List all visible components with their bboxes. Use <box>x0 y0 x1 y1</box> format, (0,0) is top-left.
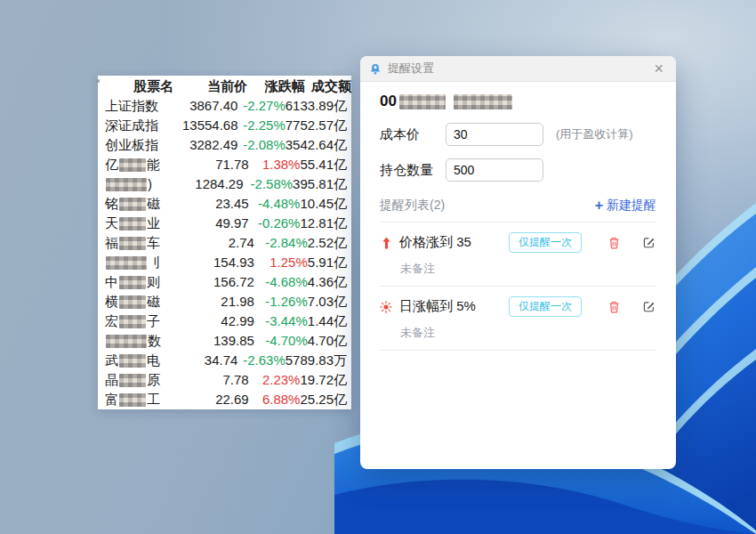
stock-turnover: 6133.89亿 <box>286 96 351 116</box>
stock-change-percent: -0.26% <box>249 214 301 233</box>
stock-name-visible-suffix: 磁 <box>147 194 160 214</box>
stock-name-visible: 中 <box>105 272 118 292</box>
stock-change-percent: 1.38% <box>249 155 301 174</box>
delete-alert-button[interactable] <box>607 235 622 250</box>
stock-code-line: 00 <box>380 93 656 110</box>
stock-change-percent: -2.08% <box>237 135 285 155</box>
stock-name-visible-suffix: 数 <box>148 331 161 351</box>
censored-pixel-block <box>119 374 146 387</box>
delete-alert-button[interactable] <box>607 299 622 314</box>
stock-row[interactable]: 福车 2.74 -2.84% 2.52亿 <box>98 233 351 253</box>
stock-row[interactable]: 中则 156.72 -4.68% 4.36亿 <box>98 272 351 292</box>
stock-turnover: 5.91亿 <box>308 253 351 272</box>
dialog-titlebar[interactable]: 提醒设置 × <box>360 56 676 82</box>
stock-row[interactable]: 晶原 7.78 2.23% 19.72亿 <box>98 370 351 390</box>
close-icon[interactable]: × <box>650 61 667 77</box>
stock-change-percent: -2.27% <box>237 96 285 116</box>
stock-price: 22.69 <box>189 390 248 409</box>
sun-icon <box>380 301 392 313</box>
stock-name-visible: 宏 <box>105 312 118 331</box>
stock-name-visible-suffix: 则 <box>147 272 160 292</box>
stock-change-percent: -2.63% <box>237 351 285 370</box>
stock-name: 横磁 <box>98 292 192 312</box>
stock-name: 亿能 <box>98 155 189 174</box>
stock-name: 刂 <box>98 253 192 272</box>
stock-change-percent: -4.48% <box>249 194 301 214</box>
stock-turnover: 7.03亿 <box>308 292 351 312</box>
cost-price-input[interactable] <box>446 123 543 146</box>
header-change-percent: 涨跌幅 <box>259 77 311 96</box>
alert-settings-dialog: 提醒设置 × 00 成本价 (用于盈收计算) 持仓数量 提醒列表(2) + 新建… <box>360 56 676 469</box>
plus-icon: + <box>595 199 603 212</box>
alert-remark: 未备注 <box>400 261 656 277</box>
position-quantity-row: 持仓数量 <box>380 158 656 182</box>
new-alert-label: 新建提醒 <box>607 198 656 214</box>
stock-name: 数 <box>98 331 192 351</box>
censored-pixel-block <box>106 335 147 348</box>
alert-item-daily-gain: 日涨幅到 5% 仅提醒一次 未备注 <box>380 287 656 351</box>
stock-row[interactable]: 宏子 42.99 -3.44% 1.44亿 <box>98 312 351 331</box>
panel-dot-icon <box>96 79 100 83</box>
censored-pixel-block <box>119 295 146 309</box>
censored-pixel-block <box>119 393 146 407</box>
stock-name-visible: 晶 <box>105 370 118 390</box>
cost-price-label: 成本价 <box>380 126 446 143</box>
stock-turnover: 2.52亿 <box>308 233 351 253</box>
stock-turnover: 5789.83万 <box>286 351 351 370</box>
edit-pencil-icon <box>642 300 655 313</box>
stock-row[interactable]: 铭磁 23.45 -4.48% 10.45亿 <box>98 194 351 214</box>
censored-pixel-block <box>119 315 146 328</box>
stock-name: 宏子 <box>98 312 192 331</box>
stock-name: 上证指数 <box>98 96 182 116</box>
censored-stock-code <box>399 94 446 109</box>
position-quantity-input[interactable] <box>446 158 543 182</box>
edit-pencil-icon <box>642 236 655 249</box>
alert-bell-icon <box>369 62 382 76</box>
stock-turnover: 4.70亿 <box>308 331 351 351</box>
stock-name: 武电 <box>98 351 182 370</box>
stock-row[interactable]: 横磁 21.98 -1.26% 7.03亿 <box>98 292 351 312</box>
stock-price: 3867.40 <box>182 96 237 116</box>
stock-price: 34.74 <box>182 351 237 370</box>
stock-row[interactable]: 深证成指 13554.68 -2.25% 7752.57亿 <box>98 116 351 135</box>
stock-name-visible-suffix: 子 <box>147 312 160 331</box>
stock-quote-panel: 股票名 当前价 涨跌幅 成交额 上证指数 3867.40 -2.27% 6133… <box>98 76 351 409</box>
dialog-body: 00 成本价 (用于盈收计算) 持仓数量 提醒列表(2) + 新建提醒 <box>360 82 676 469</box>
censored-pixel-block <box>119 158 146 172</box>
stock-price: 13554.68 <box>182 116 238 135</box>
stock-row[interactable]: 创业板指 3282.49 -2.08% 3542.64亿 <box>98 135 351 155</box>
stock-row[interactable]: 武电 34.74 -2.63% 5789.83万 <box>98 351 351 370</box>
stock-row[interactable]: 数 139.85 -4.70% 4.70亿 <box>98 331 351 351</box>
stock-name-visible: 亿 <box>105 155 118 174</box>
cost-price-row: 成本价 (用于盈收计算) <box>380 123 656 146</box>
new-alert-button[interactable]: + 新建提醒 <box>595 198 656 214</box>
remind-once-badge: 仅提醒一次 <box>509 296 582 317</box>
alert-title: 日涨幅到 5% <box>399 298 502 315</box>
stock-price: 21.98 <box>192 292 254 312</box>
alert-remark: 未备注 <box>400 325 656 341</box>
edit-alert-button[interactable] <box>641 235 656 250</box>
stock-row[interactable]: 富工 22.69 6.88% 25.25亿 <box>98 390 351 409</box>
stock-name-visible: 横 <box>105 292 118 312</box>
edit-alert-button[interactable] <box>641 299 656 314</box>
censored-pixel-block <box>119 198 146 211</box>
stock-row[interactable]: 刂 154.93 1.25% 5.91亿 <box>98 253 351 272</box>
alert-item-price: 价格涨到 35 仅提醒一次 未备注 <box>380 222 656 287</box>
stock-price: 23.45 <box>189 194 248 214</box>
stock-price: 7.78 <box>189 370 248 390</box>
stock-turnover: 10.45亿 <box>300 194 351 214</box>
stock-table-header: 股票名 当前价 涨跌幅 成交额 <box>98 76 351 96</box>
stock-turnover: 4.36亿 <box>308 272 351 292</box>
remind-once-badge: 仅提醒一次 <box>509 232 582 253</box>
stock-name-visible: 天 <box>105 214 118 233</box>
censored-stock-title <box>454 94 512 109</box>
stock-name-visible-suffix: 电 <box>147 351 160 370</box>
stock-change-percent: -4.70% <box>254 331 308 351</box>
stock-name-visible: 创业板指 <box>105 135 158 155</box>
stock-price: 1284.29 <box>186 174 244 194</box>
stock-row[interactable]: 亿能 71.78 1.38% 55.41亿 <box>98 155 351 174</box>
trash-icon <box>607 236 621 250</box>
stock-row[interactable]: ) 1284.29 -2.58% 395.81亿 <box>98 174 351 194</box>
stock-row[interactable]: 天业 49.97 -0.26% 12.81亿 <box>98 214 351 233</box>
stock-row[interactable]: 上证指数 3867.40 -2.27% 6133.89亿 <box>98 96 351 116</box>
